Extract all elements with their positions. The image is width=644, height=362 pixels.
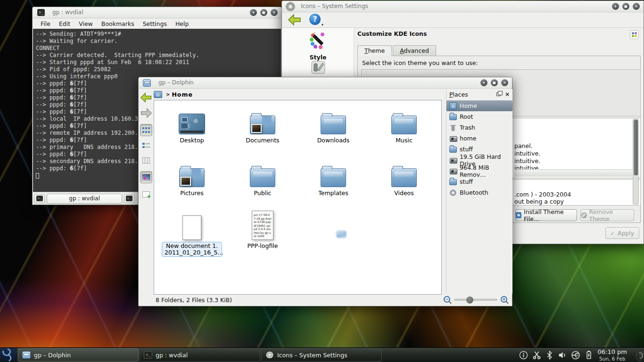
konsole-tab[interactable]: gp : wvdial <box>47 194 122 204</box>
float-panel-icon[interactable] <box>496 92 501 96</box>
maximize-button[interactable]: ● <box>260 9 267 16</box>
taskbar-task[interactable]: gp – Dolphin <box>18 348 139 362</box>
file-label: New document 1.2011_01_20_16_5… <box>162 242 222 257</box>
terminal-icon: >_ <box>36 196 43 201</box>
file-item[interactable]: Music <box>369 105 439 158</box>
scrollbar-thumb[interactable] <box>634 120 638 175</box>
apply-button[interactable]: ✓ Apply <box>605 227 639 239</box>
taskbar-task[interactable]: Icons – System Settings <box>261 348 382 362</box>
place-label: stuff <box>460 146 473 153</box>
remove-theme-button[interactable]: Remove Theme <box>580 209 634 221</box>
menu-item[interactable]: File <box>36 20 55 27</box>
system-settings-titlebar[interactable]: Icons – System Settings ▾ ● ✕ <box>282 1 644 12</box>
usb-device-icon[interactable] <box>571 351 580 360</box>
minimize-button[interactable]: ▾ <box>612 3 619 10</box>
app-launcher-button[interactable] <box>0 348 17 362</box>
places-item[interactable]: Trash <box>446 122 512 133</box>
dolphin-toolbar <box>139 89 154 306</box>
file-label: Public <box>251 189 274 197</box>
battery-icon[interactable] <box>585 350 593 360</box>
new-tab-button-2[interactable]: >_ <box>124 194 134 203</box>
back-button[interactable] <box>140 91 152 104</box>
install-theme-button[interactable]: Install Theme File... <box>515 209 577 221</box>
columns-view-button[interactable] <box>140 154 152 166</box>
help-icon[interactable]: ? <box>309 14 321 25</box>
konsole-titlebar[interactable]: >_ gp : wvdial ▾ ● ✕ <box>33 7 281 18</box>
file-item[interactable]: Public <box>227 158 298 211</box>
maximize-button[interactable]: ● <box>622 3 629 10</box>
menu-item[interactable]: View <box>74 20 97 27</box>
zoom-slider[interactable] <box>454 299 497 301</box>
home-folder-icon[interactable] <box>154 91 162 98</box>
terminal-line: --> Sending: ATDT*99***1# <box>36 31 278 38</box>
chevron-down-icon[interactable]: ▾ <box>322 23 323 27</box>
panel-toolbox-cashew[interactable] <box>630 348 644 362</box>
back-arrow-icon[interactable] <box>288 14 302 26</box>
place-icon <box>449 167 457 175</box>
file-item[interactable]: New document 1.2011_01_20_16_5… <box>157 211 227 263</box>
volume-icon[interactable] <box>558 351 567 360</box>
file-item[interactable]: Downloads <box>298 105 369 158</box>
minimize-button[interactable]: ▾ <box>250 9 257 16</box>
breadcrumb-home[interactable]: Home <box>172 91 193 98</box>
file-item[interactable]: Jan 17 09:47:18 gp-Aspire-5738 pppd[1946… <box>227 211 298 263</box>
digital-clock[interactable]: 06:10 pm Sun, 6 Feb <box>596 348 630 362</box>
file-item[interactable]: Documents <box>227 105 298 158</box>
breadcrumb-separator: > <box>166 92 170 97</box>
theme-tabs: ThemeAdvanced <box>357 45 437 56</box>
dolphin-titlebar[interactable]: gp – Dolphin ▾ ● ✕ <box>139 77 512 89</box>
taskbar-task[interactable]: gp : wvdial <box>140 348 260 362</box>
select-theme-label: Select the icon theme you want to use: <box>362 59 478 66</box>
scrollbar[interactable] <box>633 119 639 205</box>
sidebar-item-next-module[interactable] <box>282 59 354 77</box>
sidebar-item-style[interactable]: Style <box>282 31 354 61</box>
file-item[interactable]: Pictures <box>157 158 227 211</box>
place-label: Root <box>460 113 473 120</box>
tab[interactable]: Theme <box>357 45 392 56</box>
file-label: Videos <box>391 189 417 197</box>
theme-description-fragment: out being a copy <box>514 198 564 205</box>
check-icon: ✓ <box>611 230 615 237</box>
menu-item[interactable]: Settings <box>139 20 171 27</box>
forward-arrow-icon <box>140 107 152 119</box>
icons-view-button[interactable] <box>140 124 152 136</box>
places-item[interactable]: Bluetooth <box>446 187 512 198</box>
places-item[interactable]: Home <box>446 100 512 111</box>
place-icon <box>449 114 457 120</box>
split-view-button[interactable] <box>140 188 152 200</box>
file-item[interactable]: Videos <box>369 158 439 211</box>
file-item[interactable]: Templates <box>298 158 369 211</box>
zoom-in-icon[interactable]: + <box>501 296 507 303</box>
place-icon <box>449 147 457 153</box>
zoom-slider-handle[interactable] <box>466 296 473 304</box>
details-view-button[interactable] <box>140 139 152 151</box>
places-item[interactable]: 964.8 MiB Remov… <box>446 165 512 176</box>
file-icon: Jan 17 09:47:18 gp-Aspire-5738 pppd[1946… <box>252 211 273 240</box>
klipper-scissors-icon[interactable] <box>532 351 541 360</box>
menu-item[interactable]: Bookmarks <box>97 20 139 27</box>
place-label: home <box>460 135 476 142</box>
close-button[interactable]: ✕ <box>633 3 640 10</box>
close-panel-icon[interactable]: × <box>505 92 510 97</box>
tab[interactable]: Advanced <box>393 45 436 56</box>
bluetooth-icon[interactable] <box>545 351 553 360</box>
menu-item[interactable]: Edit <box>55 20 74 27</box>
places-item[interactable]: home <box>446 133 512 144</box>
close-button[interactable]: ✕ <box>271 9 278 16</box>
preview-button[interactable] <box>140 171 152 183</box>
zoom-out-icon[interactable]: − <box>444 296 450 303</box>
file-item[interactable]: Desktop <box>157 105 227 158</box>
maximize-button[interactable]: ● <box>491 79 498 86</box>
menu-item[interactable]: Help <box>171 20 193 27</box>
close-button[interactable]: ✕ <box>501 79 508 86</box>
file-label: Downloads <box>314 136 353 145</box>
file-icon <box>250 168 275 187</box>
folder-view[interactable]: Desktop Documents Downloads Music Pictur… <box>154 100 442 295</box>
new-tab-button[interactable]: >_ <box>34 194 45 203</box>
system-settings-toolbar: ? ▾ <box>282 12 644 28</box>
minimize-button[interactable]: ▾ <box>480 79 487 86</box>
forward-button[interactable] <box>140 107 152 119</box>
info-icon[interactable] <box>519 351 528 360</box>
places-item[interactable]: Root <box>446 111 512 122</box>
tools-module-icon <box>310 59 327 75</box>
